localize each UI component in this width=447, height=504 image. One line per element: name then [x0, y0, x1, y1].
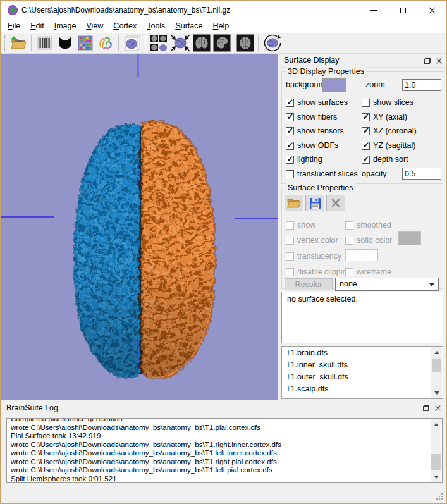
checkbox-show-tensors[interactable]: show tensors: [286, 126, 344, 136]
sagittal-view-button[interactable]: [212, 34, 232, 52]
checkbox-box[interactable]: [286, 113, 294, 121]
fiber-track-button[interactable]: [95, 34, 116, 52]
scroll-down-button[interactable]: [431, 388, 442, 398]
checkbox-xy-axial[interactable]: XY (axial): [362, 112, 407, 122]
zoom-input[interactable]: [402, 79, 441, 91]
zoom-label: zoom: [365, 80, 385, 89]
open-folder-icon: [287, 197, 301, 209]
checkbox-show-slices[interactable]: show slices: [362, 97, 413, 108]
list-item[interactable]: T1.brain.dfs: [282, 347, 443, 359]
recolor-mode-dropdown[interactable]: none: [335, 278, 439, 291]
list-item[interactable]: T1.outer_skull.dfs: [282, 371, 443, 383]
log-line: wrote C:\Users\ajoshi\Downloads\anatomy_…: [11, 457, 429, 466]
surface-list[interactable]: T1.brain.dfs T1.inner_skull.dfs T1.outer…: [281, 346, 443, 399]
float-panel-button[interactable]: [423, 56, 432, 65]
title-bar: C:\Users\ajoshi\Downloads\anatomy_bs\ana…: [1, 1, 446, 19]
checkbox-depth-sort[interactable]: depth sort: [362, 154, 408, 164]
close-icon: [436, 58, 442, 64]
checkbox-box[interactable]: [362, 142, 370, 150]
list-item[interactable]: T1.inner.cortex.dfs: [282, 395, 443, 399]
chevron-down-icon: [429, 283, 434, 286]
checkbox-box[interactable]: [286, 156, 294, 164]
resize-grip[interactable]: [441, 498, 443, 500]
close-button[interactable]: [417, 1, 446, 19]
log-output[interactable]: Completed pial surface generation. wrote…: [6, 418, 443, 483]
checkbox-translucent-slices[interactable]: translucent slices: [286, 169, 358, 179]
checkbox-yz-sagittal[interactable]: YZ (sagittal): [362, 140, 415, 151]
checkbox-box[interactable]: [362, 99, 370, 107]
checkbox-lighting[interactable]: lighting: [286, 154, 322, 164]
close-panel-button[interactable]: [433, 403, 442, 412]
surface-3d-viewport[interactable]: [1, 54, 278, 400]
close-panel-button[interactable]: [434, 56, 443, 65]
auto-rotate-button[interactable]: [262, 34, 283, 52]
checkbox-box[interactable]: [286, 170, 294, 178]
checkbox-box[interactable]: [362, 156, 370, 164]
log-line: wrote C:\Users\ajoshi\Downloads\anatomy_…: [11, 440, 429, 449]
group-title: Surface Properties: [286, 183, 355, 192]
surface-view-button[interactable]: [122, 34, 142, 52]
maximize-button[interactable]: [388, 1, 417, 19]
label-display-icon: [77, 35, 94, 51]
coronal-view-button[interactable]: [192, 34, 212, 52]
log-panel-title: BrainSuite Log: [6, 403, 58, 412]
menu-item-tools[interactable]: Tools: [142, 19, 170, 33]
menu-item-edit[interactable]: Edit: [25, 19, 49, 33]
checkbox-box[interactable]: [286, 127, 294, 135]
checkbox-box[interactable]: [362, 127, 370, 135]
fit-to-window-button[interactable]: [169, 34, 192, 52]
fit-to-window-icon: [170, 34, 190, 52]
brainsuite-window: C:\Users\ajoshi\Downloads\anatomy_bs\ana…: [0, 0, 447, 504]
menu-item-help[interactable]: Help: [207, 19, 234, 33]
checkbox-box[interactable]: [362, 113, 370, 121]
checkbox-xz-coronal[interactable]: XZ (coronal): [362, 126, 417, 136]
axial-view-button[interactable]: [235, 34, 255, 52]
checkbox-show-fibers[interactable]: show fibers: [286, 112, 337, 122]
checkbox-show-surfaces[interactable]: show surfaces: [286, 97, 348, 108]
toolbar-grip[interactable]: [4, 35, 5, 51]
menu-item-view[interactable]: View: [81, 19, 108, 33]
toolbar-separator: [258, 35, 259, 51]
menu-item-file[interactable]: File: [3, 19, 25, 33]
list-item[interactable]: T1.inner_skull.dfs: [282, 359, 443, 371]
menu-item-cortex[interactable]: Cortex: [108, 19, 142, 33]
app-icon[interactable]: [8, 5, 18, 15]
opacity-label: opacity: [362, 169, 387, 178]
load-surface-button[interactable]: [285, 195, 303, 211]
log-lines: Completed pial surface generation. wrote…: [7, 418, 442, 482]
scroll-up-button[interactable]: [431, 347, 442, 357]
menu-item-image[interactable]: Image: [49, 19, 82, 33]
recolor-button: Recolor: [285, 278, 333, 290]
checkbox-box[interactable]: [286, 99, 294, 107]
log-line: Split Hemispheres took 0:01.521: [11, 474, 429, 483]
mask-tool-button[interactable]: [55, 34, 75, 52]
scrollbar-thumb[interactable]: [431, 454, 441, 470]
open-file-button[interactable]: [8, 34, 28, 52]
slice-display-button[interactable]: [35, 34, 55, 52]
minimize-button[interactable]: [359, 1, 388, 19]
save-icon: [309, 197, 321, 209]
toolbar-separator: [145, 35, 146, 51]
surface-display-header[interactable]: Surface Display: [280, 54, 446, 68]
scroll-down-button[interactable]: [431, 472, 441, 482]
menu-item-surface[interactable]: Surface: [170, 19, 207, 33]
surface-list-scrollbar[interactable]: [431, 347, 442, 398]
multi-slice-view-button[interactable]: [149, 34, 169, 52]
list-item[interactable]: T1.scalp.dfs: [282, 383, 443, 395]
background-label: background: [286, 80, 327, 89]
brain-render: [1, 54, 278, 400]
opacity-input[interactable]: [402, 168, 441, 180]
checkbox-box: [345, 221, 353, 230]
save-surface-button[interactable]: [305, 195, 324, 211]
checkbox-show-odfs[interactable]: show ODFs: [286, 140, 338, 151]
checkbox-box[interactable]: [286, 142, 294, 150]
checkbox-show-surface: show: [286, 220, 315, 230]
delete-surface-button: [326, 195, 345, 211]
background-color-swatch[interactable]: [322, 78, 346, 92]
log-scrollbar[interactable]: [431, 419, 441, 482]
label-display-button[interactable]: [75, 34, 95, 52]
scroll-up-button[interactable]: [431, 419, 441, 429]
float-panel-button[interactable]: [422, 403, 431, 412]
scrollbar-thumb[interactable]: [432, 359, 441, 372]
checkbox-box: [286, 252, 294, 261]
